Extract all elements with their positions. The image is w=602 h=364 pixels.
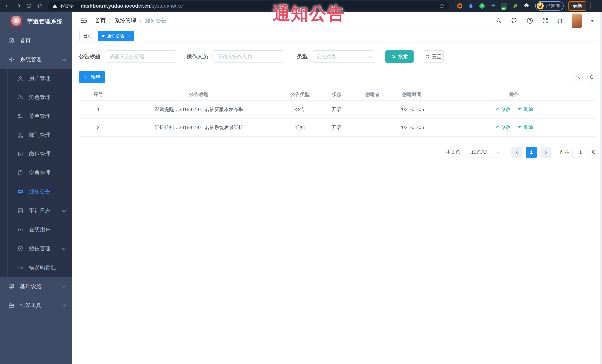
user-avatar[interactable] [572,13,582,28]
extension-orange-ring-icon[interactable] [457,3,463,9]
cell-title: 维护通知：2018-07-01 若依系统凌晨维护 [118,118,280,136]
extension-blue-diamond-icon[interactable] [490,3,496,9]
chevron-up-icon [62,58,66,62]
reset-button[interactable]: 重置 [423,50,444,63]
goto-page-input[interactable] [572,147,589,158]
sidebar-item-audit-log[interactable]: 审计日志 [0,201,72,220]
extensions-puzzle-icon[interactable] [523,3,530,9]
sidebar-item-devtools[interactable]: 研发工具 [0,296,72,315]
sidebar-item-users[interactable]: 用户管理 [0,69,72,88]
tab-home[interactable]: 首页 [79,31,96,41]
sidebar-item-notice[interactable]: 通知公告 [0,182,72,201]
tab-label: 首页 [83,33,92,39]
font-size-icon[interactable]: tT [557,17,563,24]
tags-view-bar: 首页 通知公告 × [72,30,602,42]
annotation-title: 通知公告 [273,2,345,25]
breadcrumb-home[interactable]: 首页 [95,17,106,24]
sidebar-item-departments[interactable]: 部门管理 [0,126,72,145]
trash-icon [518,125,522,130]
breadcrumb: 首页 / 系统管理 / 通知公告 [95,17,167,24]
sidebar-item-home[interactable]: 首页 [0,31,72,50]
edit-link[interactable]: 修改 [495,106,511,113]
delete-link[interactable]: 删除 [518,124,533,130]
extension-on-badge: on [502,7,506,10]
page-size-select[interactable]: 10条/页 [466,147,502,158]
browser-menu-icon[interactable] [590,3,591,9]
gear-icon [8,56,14,63]
chevron-right-icon [544,150,547,154]
next-page-button[interactable] [540,147,551,158]
sidebar-item-menus[interactable]: 菜单管理 [0,107,72,126]
bookmark-star-icon[interactable] [439,3,445,9]
tab-notice[interactable]: 通知公告 × [98,31,134,41]
sidebar: 芋道管理系统 首页 系统管理 用户管理 角色管理 [0,12,72,364]
browser-update-button[interactable]: 更新 [569,1,586,11]
cell-index: 1 [79,100,118,118]
sidebar-item-label: 在线用户 [29,226,50,233]
chevron-down-icon [62,303,66,307]
breadcrumb-system[interactable]: 系统管理 [115,17,136,24]
table-refresh-button[interactable] [587,73,596,82]
plus-icon [84,75,88,80]
sidebar-item-system[interactable]: 系统管理 [0,50,72,69]
cell-created: 2021-01-05 [391,100,432,118]
header-search-icon[interactable] [495,17,502,24]
filter-form: 公告标题 操作人员 类型 公告类型 搜索 重置 [79,50,596,63]
sidebar-item-error-codes[interactable]: 错误码管理 [0,258,72,277]
table-search-toggle-button[interactable] [574,73,582,82]
url-bar[interactable]: 不安全 dashboard.yudao.iocoder.cn/system/no… [48,1,449,10]
sidebar-item-roles[interactable]: 角色管理 [0,88,72,107]
sidebar-item-label: 基础设施 [20,283,42,290]
sidebar-item-sms[interactable]: 短信管理 [0,239,72,258]
column-header-created: 创建时间 [391,89,432,100]
page-number-button[interactable]: 1 [526,147,537,158]
column-header-actions: 操作 [432,89,596,100]
sidebar-item-label: 部门管理 [29,131,50,139]
breadcrumb-separator: / [109,18,111,24]
prev-page-button[interactable] [511,147,522,158]
pencil-icon [495,107,500,112]
sidebar-item-online-users[interactable]: 在线用户 [0,220,72,239]
security-chip[interactable]: 不安全 [52,3,74,9]
sidebar-logo[interactable]: 芋道管理系统 [0,12,72,31]
collapse-sidebar-icon[interactable] [80,17,87,24]
browser-home-icon[interactable] [36,2,44,10]
browser-reload-icon[interactable] [25,2,33,10]
add-button[interactable]: 新增 [79,71,105,83]
sidebar-item-posts[interactable]: 岗位管理 [0,145,72,164]
extension-vue-devtools-icon[interactable] [479,3,485,9]
help-icon[interactable] [526,17,533,24]
notice-title-input[interactable] [105,50,176,63]
column-header-title: 公告标题 [118,89,280,100]
operator-input[interactable] [213,50,284,63]
browser-forward-icon[interactable] [14,2,22,10]
main-area: 首页 / 系统管理 / 通知公告 tT 首页 [72,12,602,364]
notice-type-select[interactable]: 公告类型 [312,50,375,63]
table-row: 2 维护通知：2018-07-01 若依系统凌晨维护 通知 开启 2021-01… [79,118,596,136]
tab-close-icon[interactable]: × [127,34,130,38]
sidebar-item-label: 研发工具 [20,302,42,309]
extension-proxy-icon[interactable]: on [501,3,507,9]
fullscreen-icon[interactable] [542,17,548,24]
tab-label: 通知公告 [107,33,125,39]
edit-link[interactable]: 修改 [495,124,511,130]
page-scrollbar[interactable] [600,12,602,364]
chevron-left-icon [516,150,519,154]
search-button[interactable]: 搜索 [385,50,414,63]
delete-link[interactable]: 删除 [518,106,533,113]
chevron-down-icon [62,208,66,212]
browser-back-icon[interactable] [3,2,11,10]
sidebar-item-dictionary[interactable]: 字典管理 [0,164,72,182]
cell-status: 开启 [320,118,353,136]
chevron-down-icon [62,284,66,288]
filter-type-label: 类型 [297,53,308,60]
log-edit-icon [17,208,23,214]
chevron-down-icon [62,246,66,250]
extension-blue-drop-icon[interactable] [468,3,474,9]
extension-leaf-icon[interactable] [512,3,518,9]
sidebar-item-infrastructure[interactable]: 基础设施 [0,277,72,296]
table-row: 1 温馨提醒：2018-07-01 若依新版本发布啦 公告 开启 2021-01… [79,100,596,118]
profile-paused-pill[interactable]: 已暂停 [535,1,564,10]
github-icon[interactable] [511,17,518,24]
user-caret-down-icon[interactable] [590,20,594,22]
